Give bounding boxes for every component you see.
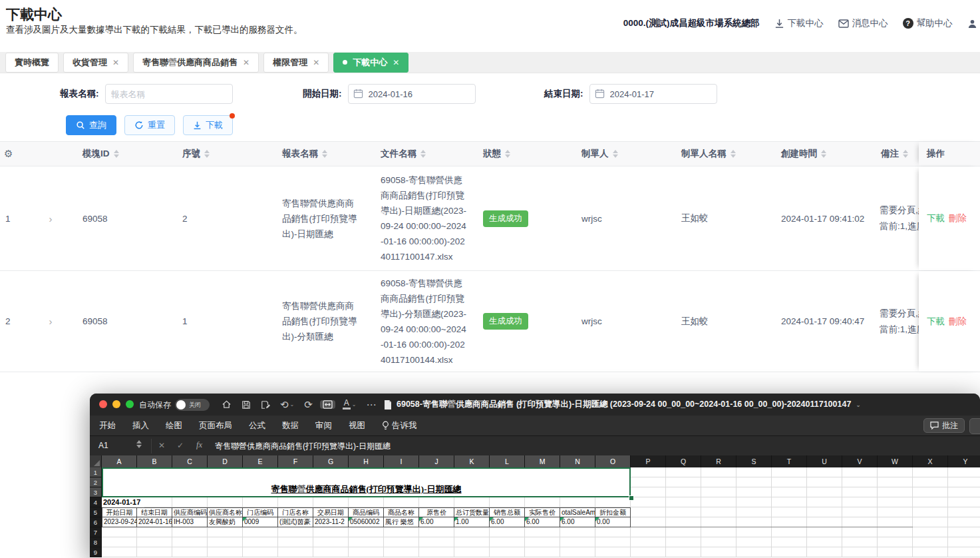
- cell-E2[interactable]: [243, 477, 278, 487]
- cell-A6[interactable]: 2023-09-24: [102, 517, 137, 527]
- cell-Q6[interactable]: [666, 517, 701, 527]
- column-header-P[interactable]: P: [631, 455, 666, 467]
- cell-N9[interactable]: [560, 547, 595, 557]
- cell-G7[interactable]: [313, 527, 349, 537]
- tab-1[interactable]: 收貨管理✕: [63, 53, 128, 73]
- cell-O3[interactable]: [595, 487, 631, 497]
- cell-P3[interactable]: [631, 487, 666, 497]
- cell-L7[interactable]: [490, 527, 525, 537]
- cell-F7[interactable]: [278, 527, 313, 537]
- row-header-4[interactable]: 4: [90, 497, 102, 507]
- cell-K9[interactable]: [454, 547, 490, 557]
- cell-C1[interactable]: [172, 467, 208, 477]
- cell-K3[interactable]: [454, 487, 490, 497]
- cell-L9[interactable]: [490, 547, 525, 557]
- menu-数据[interactable]: 数据: [282, 420, 299, 431]
- row-header-1[interactable]: 1: [90, 467, 102, 477]
- column-header-G[interactable]: G: [313, 455, 349, 467]
- cell-W5[interactable]: [878, 507, 913, 517]
- end-date-input[interactable]: [589, 84, 717, 104]
- cell-T1[interactable]: [772, 467, 807, 477]
- cell-S3[interactable]: [736, 487, 772, 497]
- download-button[interactable]: 下載: [183, 115, 233, 135]
- search-button[interactable]: 查詢: [66, 115, 116, 135]
- cell-V6[interactable]: [842, 517, 878, 527]
- cell-V5[interactable]: [842, 507, 878, 517]
- cell-X6[interactable]: [913, 517, 948, 527]
- column-header-H[interactable]: H: [349, 455, 384, 467]
- cell-I3[interactable]: [384, 487, 419, 497]
- cell-C5[interactable]: 供应商编码: [172, 507, 208, 517]
- cell-H9[interactable]: [349, 547, 384, 557]
- menu-tell-me[interactable]: 告诉我: [382, 420, 417, 431]
- cell-K1[interactable]: [454, 467, 490, 477]
- cell-T6[interactable]: [772, 517, 807, 527]
- cell-N1[interactable]: [560, 467, 595, 477]
- cell-S9[interactable]: [736, 547, 772, 557]
- cell-R2[interactable]: [701, 477, 736, 487]
- menu-页面布局[interactable]: 页面布局: [199, 420, 232, 431]
- tab-4[interactable]: 下載中心✕: [333, 53, 408, 73]
- cell-D5[interactable]: 供应商名称: [208, 507, 243, 517]
- cell-U8[interactable]: [807, 537, 842, 547]
- cell-F5[interactable]: 门店名称: [278, 507, 313, 517]
- cell-X3[interactable]: [913, 487, 948, 497]
- cell-Y6[interactable]: [948, 517, 980, 527]
- cell-N3[interactable]: [560, 487, 595, 497]
- cell-O1[interactable]: [595, 467, 631, 477]
- cell-U9[interactable]: [807, 547, 842, 557]
- cell-S8[interactable]: [736, 537, 772, 547]
- cell-U3[interactable]: [807, 487, 842, 497]
- menu-插入[interactable]: 插入: [132, 420, 149, 431]
- cell-Q2[interactable]: [666, 477, 701, 487]
- sort-icon[interactable]: [204, 150, 210, 158]
- nav-help-center[interactable]: ?幫助中心: [903, 17, 953, 29]
- menu-审阅[interactable]: 审阅: [315, 420, 332, 431]
- cell-H7[interactable]: [349, 527, 384, 537]
- cell-B3[interactable]: [137, 487, 172, 497]
- cell-Q4[interactable]: [666, 497, 701, 507]
- cell-W7[interactable]: [878, 527, 913, 537]
- column-header-W[interactable]: W: [878, 455, 913, 467]
- close-tab-icon[interactable]: ✕: [393, 58, 399, 67]
- sort-icon[interactable]: [420, 150, 426, 158]
- column-header-V[interactable]: V: [842, 455, 878, 467]
- cell-Q8[interactable]: [666, 537, 701, 547]
- cell-D4[interactable]: [208, 497, 243, 507]
- cell-A1[interactable]: [102, 467, 137, 477]
- undo-icon[interactable]: ⟲⌄: [277, 396, 297, 413]
- cell-E8[interactable]: [243, 537, 278, 547]
- nav-message-center[interactable]: 消息中心: [838, 17, 888, 29]
- cell-Q1[interactable]: [666, 467, 701, 477]
- cell-E1[interactable]: [243, 467, 278, 477]
- cell-U1[interactable]: [807, 467, 842, 477]
- minimize-window-button[interactable]: [112, 400, 120, 408]
- cell-Q9[interactable]: [666, 547, 701, 557]
- cell-D9[interactable]: [208, 547, 243, 557]
- cell-R4[interactable]: [701, 497, 736, 507]
- cell-X8[interactable]: [913, 537, 948, 547]
- cell-I6[interactable]: 風行 樂悠: [384, 517, 419, 527]
- cell-Y8[interactable]: [948, 537, 980, 547]
- cell-O4[interactable]: [595, 497, 631, 507]
- cell-H4[interactable]: [349, 497, 384, 507]
- cell-P2[interactable]: [631, 477, 666, 487]
- cell-L3[interactable]: [490, 487, 525, 497]
- cell-C7[interactable]: [172, 527, 208, 537]
- column-header-I[interactable]: I: [384, 455, 419, 467]
- cell-V9[interactable]: [842, 547, 878, 557]
- font-color-icon[interactable]: A ⌄: [340, 396, 359, 413]
- cell-H5[interactable]: 商品编码: [349, 507, 384, 517]
- row-header-6[interactable]: 6: [90, 517, 102, 527]
- cell-N8[interactable]: [560, 537, 595, 547]
- settings-gear-icon[interactable]: ⚙: [4, 148, 13, 160]
- cell-T3[interactable]: [772, 487, 807, 497]
- cell-N5[interactable]: otalSaleAm: [560, 507, 595, 517]
- report-name-input[interactable]: [105, 84, 233, 104]
- cell-L6[interactable]: 6.00: [490, 517, 525, 527]
- cell-X1[interactable]: [913, 467, 948, 477]
- cell-P7[interactable]: [631, 527, 666, 537]
- sort-icon[interactable]: [322, 150, 327, 158]
- cell-J2[interactable]: [419, 477, 454, 487]
- fill-handle[interactable]: [629, 495, 634, 501]
